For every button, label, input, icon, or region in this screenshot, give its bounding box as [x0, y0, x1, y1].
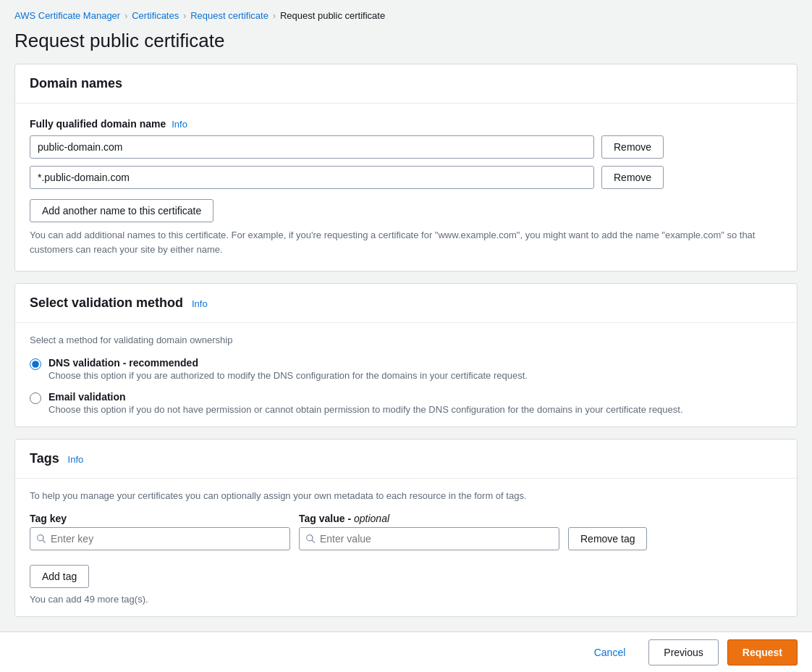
email-validation-label: Email validation — [48, 391, 683, 403]
validation-title: Select validation method — [30, 295, 183, 310]
tags-title: Tags — [30, 451, 59, 466]
domain-row-2: Remove — [30, 166, 782, 189]
dns-validation-desc: Choose this option if you are authorized… — [48, 370, 528, 381]
validation-section: Select validation method Info Select a m… — [14, 283, 798, 427]
validation-body: Select a method for validating domain ow… — [15, 323, 797, 427]
add-name-button[interactable]: Add another name to this certificate — [30, 199, 213, 222]
breadcrumb-sep-2: › — [183, 11, 186, 21]
tag-value-search-icon — [305, 534, 316, 544]
tag-key-field: Tag key — [30, 513, 290, 550]
tag-key-search-icon — [36, 534, 46, 544]
tag-row: Tag key Tag value - optional — [30, 513, 782, 550]
validation-info-link[interactable]: Info — [192, 298, 208, 309]
request-button[interactable]: Request — [727, 639, 798, 665]
dns-validation-label: DNS validation - recommended — [48, 357, 528, 369]
domain-names-section: Domain names Fully qualified domain name… — [14, 64, 798, 272]
tag-key-label: Tag key — [30, 513, 290, 524]
tag-value-field: Tag value - optional — [299, 513, 559, 550]
tags-section: Tags Info To help you manage your certif… — [14, 439, 798, 617]
validation-header: Select validation method Info — [15, 284, 797, 323]
breadcrumb: AWS Certificate Manager › Certificates ›… — [0, 0, 812, 27]
email-validation-desc: Choose this option if you do not have pe… — [48, 404, 683, 415]
breadcrumb-request-cert[interactable]: Request certificate — [190, 10, 268, 21]
tags-subtitle: To help you manage your certificates you… — [30, 490, 782, 501]
breadcrumb-sep-1: › — [124, 11, 127, 21]
tag-key-input[interactable] — [51, 533, 284, 545]
email-validation-content: Email validation Choose this option if y… — [48, 391, 683, 415]
breadcrumb-sep-3: › — [273, 11, 276, 21]
domain-help-text: You can add additional names to this cer… — [30, 228, 782, 256]
add-tag-button[interactable]: Add tag — [30, 565, 89, 588]
page-title: Request public certificate — [0, 27, 812, 64]
domain-field-label: Fully qualified domain name Info — [30, 118, 782, 130]
domain-input-2[interactable] — [30, 166, 594, 189]
tag-count-text: You can add 49 more tag(s). — [30, 594, 782, 605]
dns-validation-content: DNS validation - recommended Choose this… — [48, 357, 528, 381]
domain-row-1: Remove — [30, 135, 782, 159]
footer-bar: Cancel Previous Request — [0, 631, 812, 672]
remove-tag-button[interactable]: Remove tag — [568, 527, 647, 550]
tags-info-link[interactable]: Info — [68, 454, 84, 465]
breadcrumb-aws-cm[interactable]: AWS Certificate Manager — [14, 10, 120, 21]
dns-validation-radio[interactable] — [30, 358, 41, 370]
email-validation-radio[interactable] — [30, 392, 41, 404]
breadcrumb-certificates[interactable]: Certificates — [132, 10, 179, 21]
email-validation-option[interactable]: Email validation Choose this option if y… — [30, 391, 782, 415]
domain-names-body: Fully qualified domain name Info Remove … — [15, 104, 797, 271]
tag-value-label: Tag value - optional — [299, 513, 559, 524]
cancel-button[interactable]: Cancel — [580, 639, 640, 665]
previous-button[interactable]: Previous — [648, 639, 718, 665]
domain-info-link[interactable]: Info — [172, 119, 187, 130]
breadcrumb-current: Request public certificate — [280, 10, 385, 21]
domain-names-header: Domain names — [15, 64, 797, 104]
dns-validation-option[interactable]: DNS validation - recommended Choose this… — [30, 357, 782, 381]
validation-radio-group: DNS validation - recommended Choose this… — [30, 357, 782, 415]
domain-names-title: Domain names — [30, 76, 122, 91]
domain-input-1[interactable] — [30, 135, 594, 159]
domain-label-text: Fully qualified domain name — [30, 118, 166, 130]
remove-domain-1-button[interactable]: Remove — [601, 135, 664, 159]
tag-value-input-wrapper — [299, 527, 559, 550]
remove-domain-2-button[interactable]: Remove — [601, 166, 664, 189]
tags-header: Tags Info — [15, 440, 797, 479]
tag-value-input[interactable] — [320, 533, 553, 545]
validation-subtitle: Select a method for validating domain ow… — [30, 335, 782, 345]
tag-key-input-wrapper — [30, 527, 290, 550]
tags-body: To help you manage your certificates you… — [15, 479, 797, 616]
